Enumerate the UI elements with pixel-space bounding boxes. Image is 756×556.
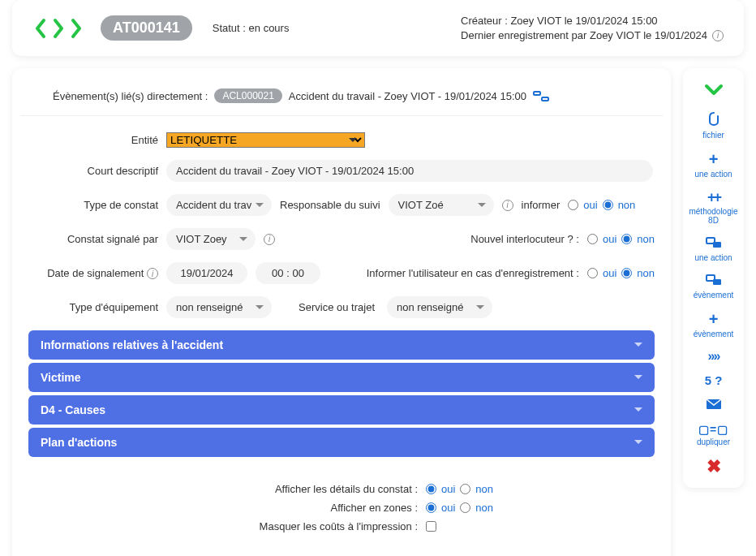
status-text: Statut : en cours — [213, 22, 290, 34]
linked-events-row: Évènement(s) lié(s) directement : ACL000… — [20, 84, 663, 116]
sidebar-forward[interactable]: »» — [687, 350, 740, 363]
label-constat-type: Type de constat — [28, 199, 158, 211]
svg-rect-3 — [713, 279, 721, 285]
entity-select[interactable]: LETIQUETTE — [166, 132, 365, 148]
accordion-plan-actions[interactable]: Plan d'actions — [28, 428, 655, 457]
newcontact-non-radio[interactable] — [621, 234, 632, 244]
display-details-oui[interactable] — [426, 484, 436, 494]
row-constat-type: Type de constat Accident du travail Resp… — [28, 194, 655, 216]
fast-forward-icon: »» — [708, 350, 719, 363]
duplicate-icon: ▢=▢ — [698, 424, 728, 435]
label-display-zones: Afficher en zones : — [28, 502, 418, 514]
label-entity: Entité — [28, 134, 158, 146]
informsave-non-radio[interactable] — [621, 268, 632, 278]
label-display-details: Afficher les détails du constat : — [28, 483, 418, 495]
display-zones-oui[interactable] — [426, 502, 436, 513]
accordion-victime[interactable]: Victime — [28, 363, 655, 392]
info-icon[interactable]: i — [712, 30, 724, 41]
label-hide-costs: Masquer les coûts à l'impression : — [28, 520, 418, 532]
sidebar-link-event[interactable]: évènement — [687, 274, 740, 300]
sidebar-add-action[interactable]: + une action — [687, 151, 740, 179]
label-responsable: Responsable du suivi — [280, 199, 380, 211]
constat-type-select[interactable]: Accident du travail — [166, 194, 272, 216]
informer-non-radio[interactable] — [603, 200, 613, 210]
sidebar-mail[interactable] — [687, 398, 740, 412]
chevron-left-icon[interactable] — [32, 17, 49, 40]
info-icon-signale[interactable]: i — [264, 234, 275, 245]
five-question-icon: 5 ? — [705, 374, 723, 386]
display-zones-non[interactable] — [460, 502, 470, 513]
form-card: Évènement(s) lié(s) directement : ACL000… — [12, 68, 671, 556]
chevron-right-icon[interactable] — [50, 17, 67, 40]
shortdesc-input[interactable] — [166, 160, 653, 182]
hide-costs-checkbox[interactable] — [426, 521, 436, 532]
row-shortdesc: Court descriptif — [28, 160, 655, 182]
row-entity: Entité LETIQUETTE — [28, 132, 655, 148]
responsable-select[interactable]: VIOT Zoé — [389, 194, 494, 216]
info-icon-date[interactable]: i — [147, 268, 158, 279]
accordion-accident-info[interactable]: Informations relatives à l'accident — [28, 330, 655, 360]
sidebar-five-why[interactable]: 5 ? — [687, 374, 740, 386]
linked-badge[interactable]: ACL000021 — [214, 88, 281, 103]
date-input[interactable] — [166, 262, 247, 284]
newcontact-oui-radio[interactable] — [587, 234, 598, 244]
display-options: Afficher les détails du constat : oui no… — [28, 460, 655, 532]
card-link-icon-2 — [706, 274, 722, 288]
label-signale: Constat signalé par — [28, 233, 158, 245]
creator-line: Créateur : Zoey VIOT le 19/01/2024 15:00 — [461, 15, 724, 27]
sidebar-duplicate[interactable]: ▢=▢ dupliquer — [687, 424, 740, 446]
close-icon: ✖ — [707, 458, 721, 476]
label-service: Service ou trajet — [299, 301, 375, 313]
label-date: Date de signalement i — [28, 267, 158, 280]
equipment-select[interactable]: non renseigné — [166, 296, 272, 318]
informer-oui-radio[interactable] — [568, 200, 578, 210]
sidebar-8d[interactable]: ++ méthodologie 8D — [687, 190, 740, 225]
sidebar-close[interactable]: ✖ — [687, 458, 740, 476]
linked-desc: Accident du travail - Zoey VIOT - 19/01/… — [289, 90, 526, 102]
paperclip-icon — [707, 111, 720, 128]
accordion-causes[interactable]: D4 - Causes — [28, 395, 655, 425]
plus-icon: + — [709, 151, 719, 167]
display-details-non[interactable] — [460, 484, 470, 494]
action-sidebar: fichier + une action ++ méthodologie 8D … — [683, 68, 744, 488]
label-new-contact: Nouvel interlocuteur ? : — [470, 233, 579, 245]
sidebar-link-action[interactable]: une action — [687, 236, 740, 262]
sidebar-validate[interactable] — [687, 80, 740, 100]
informsave-oui-radio[interactable] — [587, 268, 598, 278]
lastsave-line: Dernier enregistrement par Zoey VIOT le … — [461, 29, 707, 41]
row-signale: Constat signalé par VIOT Zoey i Nouvel i… — [28, 228, 655, 250]
label-informer: informer — [522, 199, 561, 211]
service-select[interactable]: non renseigné — [387, 296, 492, 318]
label-inform-save: Informer l'utilisateur en cas d'enregist… — [367, 267, 579, 279]
signale-select[interactable]: VIOT Zoey — [166, 228, 256, 250]
linked-label: Évènement(s) lié(s) directement : — [53, 90, 208, 102]
chevron-right-2-icon[interactable] — [68, 17, 84, 40]
svg-rect-1 — [713, 242, 721, 248]
sidebar-add-event[interactable]: + évènement — [687, 311, 740, 338]
label-shortdesc: Court descriptif — [28, 165, 158, 177]
sidebar-fichier[interactable]: fichier — [687, 111, 740, 140]
card-link-icon — [706, 236, 722, 251]
link-icon[interactable] — [533, 91, 549, 101]
row-date: Date de signalement i Informer l'utilisa… — [28, 262, 655, 284]
plus-icon-2: + — [709, 311, 719, 327]
header-card: AT000141 Statut : en cours Créateur : Zo… — [12, 0, 744, 56]
label-equipment: Type d'équipement — [28, 301, 158, 313]
envelope-icon — [706, 398, 722, 412]
nav-chevrons — [32, 17, 84, 40]
check-down-icon — [704, 80, 724, 100]
record-id-badge: AT000141 — [101, 15, 192, 41]
plus-plus-icon: ++ — [707, 190, 719, 205]
header-meta: Créateur : Zoey VIOT le 19/01/2024 15:00… — [461, 12, 724, 44]
info-icon-resp[interactable]: i — [502, 200, 513, 211]
row-equipment: Type d'équipement non renseigné Service … — [28, 296, 655, 318]
time-input[interactable] — [256, 262, 320, 284]
